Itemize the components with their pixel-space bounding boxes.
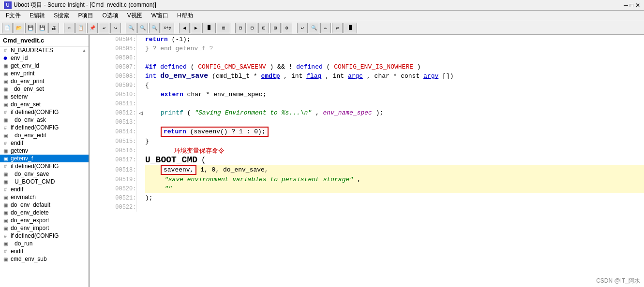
menu-edit[interactable]: E编辑 bbox=[26, 11, 49, 21]
sidebar-item-do-env-export[interactable]: ▣ do_env_export bbox=[0, 216, 89, 224]
line-code: "" bbox=[145, 184, 644, 193]
sidebar-item-ifdef1[interactable]: # if defined(CONFIG bbox=[0, 108, 89, 116]
table-row: 00505: } ? end getenv_f ? bbox=[90, 44, 644, 53]
sidebar-item-do-env-ask[interactable]: ▣ do_env_ask bbox=[0, 116, 89, 124]
tb-cut[interactable]: ✂ bbox=[64, 23, 75, 33]
tb-c1[interactable]: ⊟ bbox=[235, 23, 246, 33]
sidebar-item-env-id[interactable]: ● env_id bbox=[0, 54, 89, 62]
keyword-hash-if: #if bbox=[145, 63, 156, 71]
sidebar-label: endif bbox=[11, 140, 23, 146]
sidebar-item-do-env-default[interactable]: ▣ do_env_default bbox=[0, 201, 89, 209]
sidebar-item-do-env-import[interactable]: ▣ do_env_import bbox=[0, 224, 89, 232]
sidebar-label: if defined(CONFIG bbox=[11, 109, 59, 115]
tb-d5[interactable]: ▐▌ bbox=[344, 23, 357, 33]
tb-find3[interactable]: 🔍 bbox=[149, 23, 160, 33]
sidebar-item-setenv[interactable]: ▣ setenv bbox=[0, 93, 89, 100]
sidebar-item-getenv-f[interactable]: ▣ getenv_f bbox=[0, 155, 89, 162]
sidebar-item-ifdef2[interactable]: # if defined(CONFIG bbox=[0, 124, 89, 131]
sidebar-item-do-env-edit[interactable]: ▣ do_env_edit bbox=[0, 131, 89, 139]
sidebar-item-uboot-cmd[interactable]: ▣ U_BOOT_CMD bbox=[0, 178, 89, 186]
sidebar-item-get-env-id[interactable]: ▣ get_env_id bbox=[0, 62, 89, 70]
tb-find2[interactable]: 🔍 bbox=[137, 23, 148, 33]
sidebar-item-endif2[interactable]: # endif bbox=[0, 186, 89, 193]
sidebar-item-endif3[interactable]: # endif bbox=[0, 247, 89, 255]
sidebar-item-n-baudrates[interactable]: # N_BAUDRATES ▲ bbox=[0, 46, 89, 54]
sidebar-label: if defined(CONFIG bbox=[11, 163, 59, 170]
sidebar-item-do-env-save[interactable]: ▣ do_env_save bbox=[0, 170, 89, 178]
line-arrow bbox=[136, 62, 145, 72]
app-icon: U bbox=[4, 1, 12, 9]
scroll-up-icon[interactable]: ▲ bbox=[82, 48, 87, 53]
tb-save2[interactable]: 💾 bbox=[37, 23, 47, 33]
line-number: 00521: bbox=[90, 193, 136, 202]
sidebar-label: if defined(CONFIG bbox=[11, 232, 59, 239]
tb-open[interactable]: 📂 bbox=[14, 23, 24, 33]
sidebar-item-do-env-set[interactable]: ▣ do_env_set bbox=[0, 100, 89, 108]
menu-file[interactable]: F文件 bbox=[2, 11, 25, 21]
sidebar-item-getenv[interactable]: ▣ getenv bbox=[0, 147, 89, 155]
code-text: , int bbox=[284, 72, 306, 80]
zh-annotation: 环境变量保存命令 bbox=[174, 147, 225, 154]
sidebar-item-do-env-print[interactable]: ▣ do_env_print bbox=[0, 77, 89, 85]
sidebar-item-ifdef3[interactable]: # if defined(CONFIG bbox=[0, 162, 89, 170]
line-arrow bbox=[136, 193, 145, 202]
tb-new[interactable]: 📄 bbox=[2, 23, 13, 33]
tb-print[interactable]: 🖨 bbox=[48, 23, 59, 33]
menu-window[interactable]: W窗口 bbox=[148, 11, 172, 21]
tb-d2[interactable]: 🔍 bbox=[309, 23, 319, 33]
menu-project[interactable]: P项目 bbox=[74, 11, 97, 21]
sidebar-item-ifdef4[interactable]: # if defined(CONFIG bbox=[0, 232, 89, 240]
code-indent: saveenv, 1, 0, do_env_save, bbox=[145, 166, 269, 173]
sidebar-item-endif1[interactable]: # endif bbox=[0, 139, 89, 147]
string-save-env: "save environment variables to persisten… bbox=[165, 176, 353, 183]
tb-b4[interactable]: ⊞ bbox=[217, 23, 230, 33]
tb-d3[interactable]: ✏ bbox=[320, 23, 331, 33]
tb-d4[interactable]: ⇄ bbox=[332, 23, 343, 33]
win-close[interactable]: ✕ bbox=[635, 2, 640, 9]
tb-c5[interactable]: ⚙ bbox=[282, 23, 292, 33]
tb-b2[interactable]: ▶ bbox=[191, 23, 201, 33]
sidebar-item-cmd-env-sub[interactable]: ▣ cmd_env_sub bbox=[0, 255, 89, 263]
tb-c2[interactable]: ⊞ bbox=[247, 23, 257, 33]
tb-xy[interactable]: x+y bbox=[161, 23, 174, 33]
tb-redo[interactable]: ↪ bbox=[110, 23, 121, 33]
line-number: 00504: bbox=[90, 35, 136, 44]
keyword-return2: return bbox=[164, 128, 186, 135]
code-text: ); bbox=[376, 109, 384, 116]
sidebar-item-do-run[interactable]: ▣ do_run bbox=[0, 240, 89, 247]
menu-options[interactable]: O选项 bbox=[98, 11, 122, 21]
tb-paste[interactable]: 📌 bbox=[87, 23, 98, 33]
win-min[interactable]: ─ bbox=[624, 2, 628, 9]
sidebar-item-do-env-delete[interactable]: ▣ do_env_delete bbox=[0, 209, 89, 216]
code-text: (cmd_tbl_t * bbox=[212, 72, 257, 80]
line-code: return (saveenv() ? 1 : 0); bbox=[145, 127, 644, 137]
tb-save[interactable]: 💾 bbox=[25, 23, 36, 33]
sidebar-label: setenv bbox=[11, 93, 28, 100]
func-icon: ▣ bbox=[2, 217, 9, 224]
tb-find[interactable]: 🔍 bbox=[126, 23, 136, 33]
sidebar-label: N_BAUDRATES bbox=[11, 47, 53, 54]
win-max[interactable]: □ bbox=[630, 2, 633, 9]
tb-undo[interactable]: ↩ bbox=[99, 23, 109, 33]
sidebar-item-envmatch[interactable]: ▣ envmatch bbox=[0, 193, 89, 201]
sidebar-list[interactable]: # N_BAUDRATES ▲ ● env_id ▣ get_env_id ▣ … bbox=[0, 46, 89, 287]
tb-b3[interactable]: ▐▌ bbox=[202, 23, 216, 33]
menu-search[interactable]: S搜索 bbox=[50, 11, 73, 21]
line-code: int do_env_save (cmd_tbl_t * cmdtp , int… bbox=[145, 72, 644, 81]
func-icon: ▣ bbox=[2, 194, 9, 201]
sidebar-item-env-print[interactable]: ▣ env_print bbox=[0, 70, 89, 77]
sidebar-label: endif bbox=[11, 186, 23, 193]
line-arrow: ◁ bbox=[136, 108, 145, 117]
table-row: 00518: saveenv, 1, 0, do_env_save, bbox=[90, 165, 644, 175]
menu-help[interactable]: H帮助 bbox=[173, 11, 197, 21]
tb-d1[interactable]: ↩ bbox=[297, 23, 308, 33]
code-area[interactable]: 00504: return (-1); 00505: } ? end geten… bbox=[90, 35, 644, 287]
tb-c3[interactable]: ⊡ bbox=[258, 23, 269, 33]
sidebar-item-do-env-set-ul[interactable]: ▣ _do_env_set bbox=[0, 85, 89, 93]
menu-view[interactable]: V视图 bbox=[123, 11, 147, 21]
tb-c4[interactable]: ⊠ bbox=[270, 23, 281, 33]
tb-b1[interactable]: ◀ bbox=[179, 23, 190, 33]
table-row: 00512: ◁ printf ( "Saving Environment to… bbox=[90, 108, 644, 117]
tb-copy[interactable]: 📋 bbox=[75, 23, 86, 33]
hash-icon: # bbox=[2, 109, 9, 115]
